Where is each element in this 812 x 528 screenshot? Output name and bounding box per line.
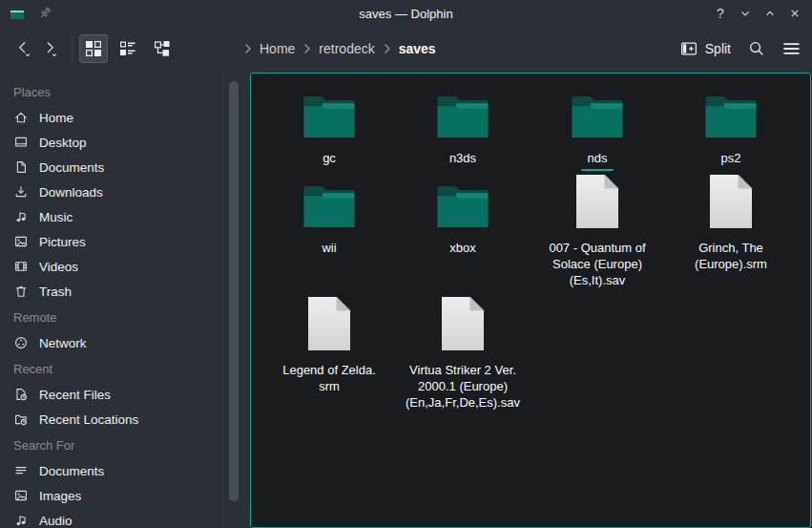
item-label: Virtua Striker 2 Ver.2000.1 (Europe)(En,… (396, 362, 530, 411)
folder-view[interactable]: gc n3ds nds ps2 wii xbox 007 - Quantum o… (250, 73, 811, 528)
trash-icon (13, 284, 29, 299)
sidebar-item-label: Audio (39, 514, 73, 528)
folder-item[interactable]: nds (531, 87, 664, 171)
folder-icon (302, 94, 356, 142)
sidebar-item-label: Videos (39, 260, 78, 274)
folder-item[interactable]: wii (262, 177, 396, 256)
item-label: Grinch, The(Europe).srm (664, 240, 798, 272)
sidebar-item-images[interactable]: Images (0, 483, 246, 508)
forward-button[interactable] (36, 34, 63, 63)
dolphin-window: saves — Dolphin ? (0, 0, 812, 528)
search-icon[interactable] (748, 40, 765, 57)
breadcrumb-item-retrodeck[interactable]: retrodeck (313, 41, 380, 56)
breadcrumb-item-home[interactable]: Home (254, 41, 301, 56)
item-label: gc (262, 150, 396, 166)
hover-underline (581, 169, 614, 171)
sidebar-item-home[interactable]: Home (0, 105, 246, 130)
file-icon (307, 296, 351, 354)
menu-button[interactable] (782, 41, 801, 56)
sidebar-item-desktop[interactable]: Desktop (0, 130, 246, 155)
file-item[interactable]: Virtua Striker 2 Ver.2000.1 (Europe)(En,… (396, 299, 530, 411)
sidebar-item-pictures[interactable]: Pictures (0, 229, 246, 254)
item-label: ps2 (664, 150, 798, 166)
compact-view-button[interactable] (148, 34, 177, 63)
app-folder-icon[interactable] (10, 6, 27, 21)
sidebar-item-audio[interactable]: Audio (0, 508, 246, 528)
sidebar-item-recent-locations[interactable]: Recent Locations (0, 407, 246, 432)
images-icon (13, 488, 29, 503)
file-item[interactable]: 007 - Quantum ofSolace (Europe)(Es,It).s… (531, 177, 664, 288)
sidebar-item-documents[interactable]: Documents (0, 458, 246, 483)
section-header-recent: Recent (0, 355, 246, 382)
split-button[interactable]: Split (680, 41, 731, 56)
titlebar: saves — Dolphin ? (0, 0, 812, 27)
sidebar-item-network[interactable]: Network (0, 330, 246, 355)
icons-view-button[interactable] (79, 34, 108, 63)
item-label: Legend of Zelda.srm (262, 362, 396, 394)
maximize-button[interactable] (762, 6, 778, 21)
file-icon (441, 296, 485, 354)
file-item[interactable]: Grinch, The(Europe).srm (664, 177, 798, 272)
folder-item[interactable]: xbox (396, 177, 530, 256)
section-header-search-for: Search For (0, 432, 246, 458)
file-icon (575, 174, 619, 232)
folder-icon (436, 183, 489, 232)
videos-icon (13, 259, 29, 274)
item-label: 007 - Quantum ofSolace (Europe)(Es,It).s… (531, 240, 664, 288)
sidebar-item-label: Music (39, 210, 73, 224)
sidebar-item-recent-files[interactable]: Recent Files (0, 382, 246, 407)
places-panel: PlacesHomeDesktopDocumentsDownloadsMusic… (0, 70, 246, 528)
documents-icon (13, 159, 29, 175)
search-documents-icon (13, 463, 29, 478)
file-item[interactable]: Legend of Zelda.srm (262, 299, 396, 394)
details-view-button[interactable] (114, 34, 142, 63)
help-button[interactable]: ? (713, 6, 728, 21)
recent-locations-icon (13, 412, 29, 427)
toolbar-separator (72, 36, 73, 61)
sidebar-item-label: Desktop (39, 136, 87, 150)
music-icon (13, 209, 29, 224)
pictures-icon (13, 234, 29, 249)
folder-icon (704, 94, 758, 142)
breadcrumb: Homeretrodecksaves (243, 41, 442, 56)
close-icon[interactable] (787, 6, 802, 21)
sidebar-item-documents[interactable]: Documents (0, 155, 246, 180)
sidebar-item-label: Recent Locations (39, 412, 138, 427)
pin-button[interactable] (36, 5, 53, 22)
folder-item[interactable]: n3ds (396, 87, 530, 166)
sidebar-item-label: Trash (39, 285, 72, 299)
item-label: xbox (396, 240, 530, 256)
folder-item[interactable]: ps2 (664, 87, 798, 166)
home-icon (13, 110, 29, 125)
item-label: wii (262, 240, 396, 256)
recent-files-icon (13, 387, 29, 402)
sidebar-item-label: Home (39, 111, 73, 125)
folder-icon (302, 183, 356, 232)
network-icon (13, 335, 29, 350)
folder-item[interactable]: gc (262, 87, 396, 166)
breadcrumb-chevron-icon (302, 43, 311, 54)
back-button[interactable] (10, 34, 36, 63)
sidebar-item-trash[interactable]: Trash (0, 279, 246, 304)
sidebar-item-label: Recent Files (39, 388, 111, 402)
split-label: Split (705, 41, 731, 56)
toolbar: Homeretrodecksaves Split (0, 27, 812, 70)
folder-icon (436, 94, 489, 142)
file-icon (709, 174, 753, 232)
sidebar-item-label: Downloads (39, 185, 103, 200)
window-title: saves — Dolphin (0, 7, 812, 21)
sidebar-item-label: Pictures (39, 235, 86, 249)
split-icon (680, 41, 697, 56)
desktop-icon (13, 135, 29, 150)
sidebar-item-label: Documents (39, 464, 104, 478)
folder-icon (571, 94, 624, 142)
breadcrumb-item-saves[interactable]: saves (393, 41, 442, 56)
breadcrumb-chevron-icon (383, 43, 391, 54)
section-header-places: Places (0, 78, 246, 105)
sidebar-item-music[interactable]: Music (0, 204, 246, 229)
sidebar-item-videos[interactable]: Videos (0, 254, 246, 279)
minimize-button[interactable] (738, 6, 753, 21)
sidebar-item-label: Network (39, 336, 87, 350)
sidebar-scrollbar[interactable] (229, 81, 239, 501)
sidebar-item-downloads[interactable]: Downloads (0, 180, 246, 204)
